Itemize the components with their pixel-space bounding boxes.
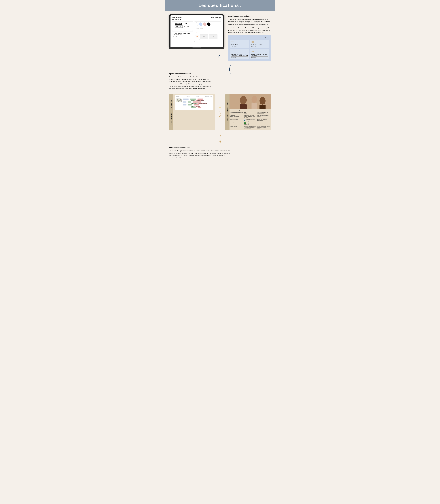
svg-point-11: [231, 52, 232, 52]
action-devenir-benevole: Devenir bénévole: [191, 103, 197, 104]
technical-card: 08-spécifications techniques: [225, 94, 271, 130]
laptop-base: [169, 47, 224, 49]
contrainte-img-2: img: [209, 35, 218, 39]
functional-section: Spécifications fonctionnelles : Pour les…: [169, 73, 271, 90]
hamburger-icon: [231, 41, 234, 43]
logos-section: 1 avenirs 2 Ↄ▶ 1a avenirs 2a Ↄ▷: [172, 22, 193, 31]
colors-label: Palette de couleurs: [195, 28, 220, 29]
action-trouver: Trouver en ligne: [190, 99, 196, 100]
anchor-nav-icon: [231, 50, 234, 53]
technical-card-content: ASPECT TECHNIQUE CHOIX COMMENTAIRES NOM …: [230, 94, 271, 130]
svg-point-23: [260, 97, 265, 105]
technical-table: ASPECT TECHNIQUE CHOIX COMMENTAIRES NOM …: [230, 109, 271, 130]
responsive-bold: Responsive: [244, 115, 248, 116]
technical-label-text: 08-spécifications techniques: [227, 101, 228, 123]
logo-row-1: 1 avenirs 2 Ↄ▶: [173, 23, 192, 25]
diagram-col-fonctionnalites: FONCTIONNALITÉS: [206, 96, 212, 97]
tech-row-hebergeur: NOM DE L'HÉBERGEUR ET DOMAINE NUXiT aven…: [230, 112, 270, 115]
ergo-card: Ergon MENU FIXE Menu principal: [228, 35, 271, 61]
diagram-objectif-box: Créer un SiteWeb Completet Engageant: [176, 99, 182, 102]
contrainte-box-x-arrow: ×Ↄ▶: [195, 36, 199, 38]
photo-svg: [230, 94, 271, 109]
ergo-paragraph-1: Tout d'abord, j'ai respecté la charte gr…: [228, 18, 271, 25]
diagram-header: OBJECTIF ACTEURS IMPACT FONCTIONNALITÉS: [176, 96, 212, 98]
tech-row-securite: SÉCURITÉ ET SAUVEGARDE SSL Sauvegardes r…: [230, 122, 270, 125]
tech-aspect-cmr: CMR ET EXTENSIONS: [230, 119, 243, 121]
multipage-icon: [251, 41, 268, 44]
functional-heading: Spécifications fonctionnelles :: [169, 73, 214, 75]
laptop-mockup: 5-spécificationsérgonomiques Charte grap…: [169, 14, 224, 59]
svg-rect-7: [252, 42, 253, 43]
ergo-heading: Spécifications érgonomiques :: [228, 15, 271, 17]
action-actions: Actions: [188, 102, 191, 103]
navigation-label: Navigation: [231, 56, 248, 58]
tech-header-aspect: ASPECT TECHNIQUE: [230, 110, 243, 110]
svg-point-19: [240, 96, 247, 104]
feature-contact: Contact: [198, 107, 201, 108]
svg-rect-4: [251, 41, 252, 42]
arrow-13: →: [190, 107, 190, 108]
feature-presentation: Présentation et données: [196, 100, 204, 101]
diagram-line-donner: → Donner → Faire un don: [183, 106, 212, 107]
tech-comment-compat: Assurer une UX cohérente sur toutes les …: [257, 115, 270, 118]
feature-sinformer-benv: S'inscrire comme bénévole: [193, 102, 202, 103]
color-blue: [199, 23, 203, 26]
multipage-label: Type de site: [251, 46, 268, 47]
tech-aspect-hebergeur: NOM DE L'HÉBERGEUR ET DOMAINE: [230, 112, 243, 114]
logo-a-arrow-outline: Ↄ▷: [186, 26, 189, 28]
laptop-frame: 5-spécificationsérgonomiques Charte grap…: [169, 14, 224, 47]
menu-fixe-label: Menu principal: [231, 46, 248, 47]
arrow-2: →: [196, 99, 197, 99]
impact-diagram: OBJECTIF ACTEURS IMPACT FONCTIONNALITÉS …: [175, 95, 213, 110]
typo-title: Titre: Space Mono Bold: [173, 32, 192, 34]
screen-title-left: 5-spécificationsérgonomiques: [172, 17, 182, 20]
multipage-svg-icon: [251, 41, 254, 43]
svg-marker-16: [230, 73, 231, 74]
diagram-col-objectif: OBJECTIF: [176, 96, 179, 97]
arrow-11: →: [190, 106, 190, 107]
feature-faire-don: Faire un don: [195, 106, 200, 107]
screen-header: 5-spécificationsérgonomiques Charte grap…: [172, 17, 221, 20]
svg-point-12: [233, 52, 233, 52]
logo-num-1: 1: [173, 23, 174, 24]
ergo-heading-strong: Spécifications érgonomiques: [228, 15, 250, 17]
svg-rect-1: [231, 41, 234, 41]
feature-financement: La Financement: [194, 105, 199, 106]
arrow-14: →: [196, 107, 197, 108]
arrow-9: →: [187, 105, 188, 105]
page-header: Les spécifications .: [165, 0, 275, 11]
node-benevole: Bénévole: [183, 102, 187, 103]
technical-card-label: 08-spécifications techniques: [225, 94, 230, 130]
tech-comment-hebergeur: À définir avec le client. (Ce nom de dom…: [257, 112, 270, 114]
tech-header-comment: COMMENTAIRES: [257, 110, 270, 110]
node-donateur: Donateur: [183, 105, 187, 106]
diagram-line-devenir-benevole: → Devenir bénévole → Les activités de l'…: [183, 103, 212, 104]
svg-rect-24: [260, 105, 265, 109]
node-nouveau-visiteur: Nouveau visiteur: [183, 99, 189, 100]
contrainte-row-1: × avenirs avenirs: [195, 32, 220, 34]
tech-choix-hebergeur: NUXiT avenirs.org: [244, 112, 257, 114]
arrow-1: →: [189, 99, 190, 99]
svg-rect-5: [252, 41, 253, 42]
contraintes-section: × avenirs avenirs ×Ↄ▶ img img Les contra…: [194, 31, 221, 42]
logo-row-2: 1a avenirs 2a Ↄ▷: [173, 26, 192, 28]
functional-card-label: 07-spécifications fonctionnelles: [169, 94, 173, 130]
interaction-icon: [251, 50, 268, 53]
svg-rect-22: [252, 103, 257, 109]
screen-left: 1 avenirs 2 Ↄ▶ 1a avenirs 2a Ↄ▷: [172, 22, 193, 42]
ergo-text: Spécifications érgonomiques : Tout d'abo…: [228, 14, 271, 61]
technical-photo: [230, 94, 271, 109]
nuxit-logo: NUXiT: [244, 112, 247, 113]
ergo-item-interaction: CTA UNIFORME + EFFET DE SURVOL Interacti…: [250, 49, 269, 59]
ergo-item-multipage: SITE MULTI-PAGE Type de site: [250, 40, 269, 48]
logo-avenirs-outline: avenirs: [175, 26, 183, 28]
tech-aspect-compat: COMPATIBILITÉ APPAREILS/NAVIGATEURS: [230, 115, 243, 118]
charte-graphique-bold: charte graphique: [246, 19, 258, 20]
screen-body: 1 avenirs 2 Ↄ▶ 1a avenirs 2a Ↄ▷: [172, 22, 221, 42]
diagram-body: Créer un SiteWeb Completet Engageant Nou…: [176, 99, 212, 109]
typo-section: Titre: Space Mono Bold Open sans regular…: [172, 32, 193, 38]
functional-paragraph: Pour les spécifications fonctionnelles d…: [169, 76, 214, 90]
interaction-title: CTA UNIFORME + EFFET DE SURVOL: [251, 53, 268, 56]
ergo-paragraph-2: J'ai également développé des proposition…: [228, 27, 271, 34]
svg-rect-2: [231, 42, 234, 42]
